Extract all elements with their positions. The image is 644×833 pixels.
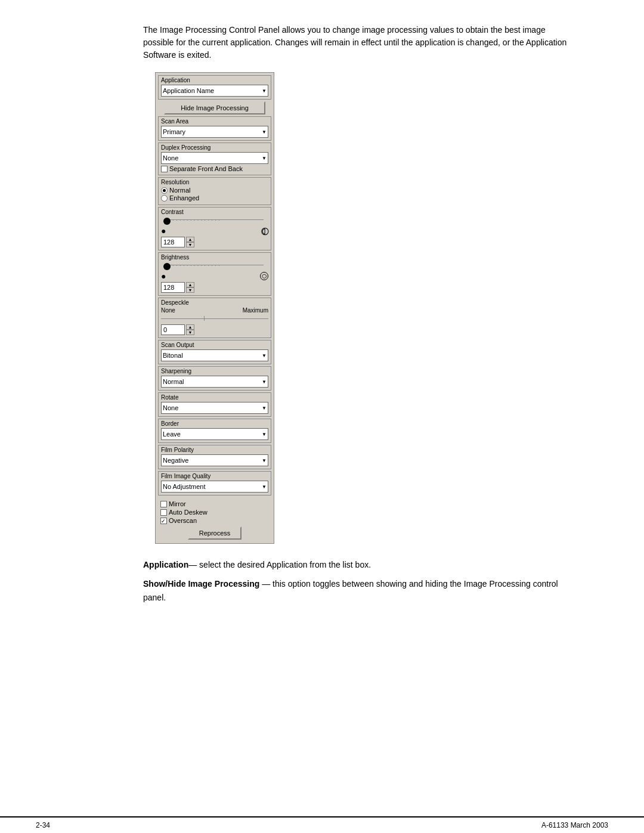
resolution-normal-radio[interactable]	[161, 187, 168, 194]
application-text: select the desired Application from the …	[197, 560, 371, 569]
resolution-normal-row: Normal	[161, 187, 268, 194]
footer-right: A-61133 March 2003	[541, 821, 608, 829]
separate-front-back-checkbox[interactable]	[161, 166, 168, 172]
application-dropdown[interactable]: Application Name ▼	[161, 85, 268, 97]
duplex-label: Duplex Processing	[161, 144, 268, 151]
duplex-dropdown[interactable]: None ▼	[161, 152, 268, 164]
border-dropdown[interactable]: Leave ▼	[161, 428, 268, 440]
contrast-slider-icons: ● ◑	[161, 226, 268, 236]
hide-button-wrapper: Hide Image Processing	[158, 101, 271, 114]
film-image-quality-section: Film Image Quality No Adjustment ▼	[158, 471, 271, 496]
despeckle-label: Despeckle	[161, 299, 268, 306]
brightness-label: Brightness	[161, 254, 268, 261]
control-panel: Application Application Name ▼ Hide Imag…	[155, 72, 274, 544]
brightness-slider-track: · · · · · · · · · · · · · · · ·	[161, 262, 268, 270]
brightness-spin-down[interactable]: ▼	[186, 287, 194, 293]
contrast-spin-down[interactable]: ▼	[186, 242, 194, 247]
duplex-section: Duplex Processing None ▼ Separate Front …	[158, 143, 271, 175]
bottom-checkboxes: Mirror Auto Deskew Overscan Reprocess	[158, 497, 271, 541]
duplex-value: None	[163, 154, 178, 162]
mirror-checkbox[interactable]	[160, 501, 167, 507]
scan-area-section: Scan Area Primary ▼	[158, 116, 271, 141]
mirror-row: Mirror	[160, 500, 269, 507]
contrast-spin-buttons: ▲ ▼	[186, 237, 194, 247]
film-image-quality-value: No Adjustment	[163, 483, 206, 490]
resolution-enhanced-radio[interactable]	[161, 195, 168, 202]
footer-left: 2-34	[36, 821, 50, 829]
resolution-enhanced-row: Enhanged	[161, 194, 268, 202]
contrast-label: Contrast	[161, 209, 268, 215]
auto-deskew-checkbox[interactable]	[160, 509, 167, 516]
rotate-arrow: ▼	[262, 405, 267, 411]
rotate-section: Rotate None ▼	[158, 392, 271, 417]
intro-paragraph: The Image Processing Control Panel allow…	[143, 24, 572, 61]
film-polarity-dropdown[interactable]: Negative ▼	[161, 454, 268, 466]
border-value: Leave	[163, 431, 181, 438]
auto-deskew-label: Auto Deskew	[169, 509, 208, 516]
brightness-icon-right: ○	[260, 272, 268, 280]
scan-area-value: Primary	[163, 128, 185, 135]
reprocess-button[interactable]: Reprocess	[188, 527, 242, 540]
control-panel-wrapper: Application Application Name ▼ Hide Imag…	[155, 72, 608, 544]
brightness-spin-up[interactable]: ▲	[186, 282, 194, 287]
scan-output-section: Scan Output Bitonal ▼	[158, 340, 271, 364]
overscan-label: Overscan	[169, 517, 197, 524]
footer: 2-34 A-61133 March 2003	[0, 816, 644, 833]
border-label: Border	[161, 420, 268, 427]
contrast-spin-up[interactable]: ▲	[186, 237, 194, 242]
despeckle-spin-buttons: ▲ ▼	[186, 324, 194, 335]
despeckle-spin-down[interactable]: ▼	[186, 330, 194, 335]
overscan-row: Overscan	[160, 517, 269, 524]
hide-image-processing-button[interactable]: Hide Image Processing	[164, 101, 265, 114]
film-image-quality-dropdown[interactable]: No Adjustment ▼	[161, 481, 268, 493]
scan-output-dropdown[interactable]: Bitonal ▼	[161, 349, 268, 361]
despeckle-spinbox[interactable]: 0	[161, 324, 185, 335]
sharpening-dropdown[interactable]: Normal ▼	[161, 376, 268, 388]
contrast-spinbox[interactable]: 128	[161, 237, 185, 247]
application-description: Application— select the desired Applicat…	[143, 558, 572, 571]
application-heading: Application	[143, 560, 188, 569]
brightness-spinbox[interactable]: 128	[161, 282, 185, 293]
overscan-checkbox[interactable]	[160, 518, 167, 524]
despeckle-spinbox-row: 0 ▲ ▼	[161, 324, 268, 335]
despeckle-labels: None Maximum	[161, 307, 268, 314]
application-section: Application Application Name ▼	[158, 75, 271, 100]
film-image-quality-arrow: ▼	[262, 484, 267, 490]
showhide-description: Show/Hide Image Processing — this option…	[143, 577, 572, 604]
despeckle-value: 0	[163, 326, 167, 333]
brightness-slider-handle[interactable]	[163, 263, 171, 270]
despeckle-spin-up[interactable]: ▲	[186, 324, 194, 330]
contrast-icon-left: ●	[161, 226, 166, 236]
contrast-section: Contrast · · · · · · · · · · · · · · · ·…	[158, 207, 271, 250]
resolution-normal-label: Normal	[169, 187, 190, 194]
application-dropdown-value: Application Name	[163, 87, 214, 94]
despeckle-section: Despeckle None Maximum 0 ▲ ▼	[158, 298, 271, 338]
contrast-slider-handle[interactable]	[163, 218, 171, 225]
film-polarity-section: Film Polarity Negative ▼	[158, 445, 271, 469]
rotate-label: Rotate	[161, 394, 268, 401]
sharpening-section: Sharpening Normal ▼	[158, 366, 271, 391]
scan-output-label: Scan Output	[161, 342, 268, 348]
rotate-dropdown[interactable]: None ▼	[161, 402, 268, 414]
sharpening-label: Sharpening	[161, 368, 268, 374]
scan-output-arrow: ▼	[262, 353, 267, 358]
brightness-section: Brightness · · · · · · · · · · · · · · ·…	[158, 252, 271, 296]
brightness-icon-left: ●	[161, 271, 166, 281]
scan-output-value: Bitonal	[163, 352, 183, 359]
mirror-label: Mirror	[169, 500, 186, 507]
contrast-slider-track: · · · · · · · · · · · · · · · ·	[161, 216, 268, 225]
contrast-icon-right: ◑	[261, 226, 268, 236]
application-label: Application	[161, 77, 268, 83]
contrast-value: 128	[163, 239, 174, 246]
showhide-dash: —	[259, 579, 270, 589]
film-image-quality-label: Film Image Quality	[161, 473, 268, 479]
despeckle-line	[161, 318, 268, 319]
brightness-spinbox-row: 128 ▲ ▼	[161, 282, 268, 293]
reprocess-wrapper: Reprocess	[160, 527, 269, 540]
scan-area-arrow: ▼	[262, 129, 267, 135]
resolution-section: Resolution Normal Enhanged	[158, 177, 271, 205]
scan-area-dropdown[interactable]: Primary ▼	[161, 126, 268, 138]
sharpening-arrow: ▼	[262, 379, 267, 385]
separate-front-back-row: Separate Front And Back	[161, 165, 268, 172]
border-section: Border Leave ▼	[158, 419, 271, 443]
